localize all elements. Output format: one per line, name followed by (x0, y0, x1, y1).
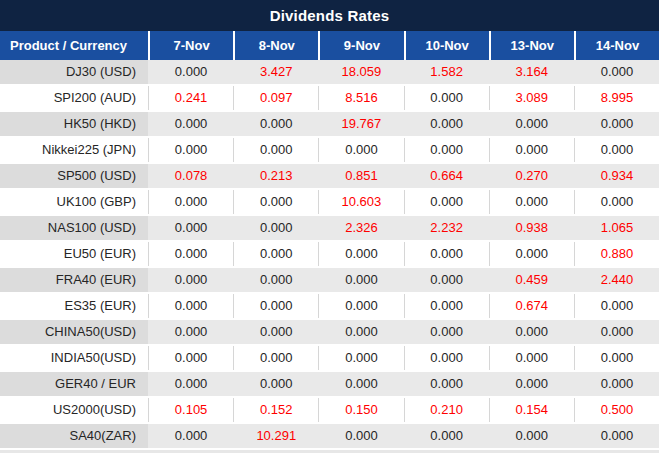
value-cell: 19.767 (318, 112, 403, 136)
value-cell: 0.000 (318, 372, 403, 396)
value-cell: 3.089 (489, 86, 574, 110)
value-cell: 0.000 (489, 372, 574, 396)
value-cell: 0.674 (489, 294, 574, 318)
value-cell: 0.152 (233, 398, 318, 422)
product-cell: GER40 / EUR (0, 372, 148, 396)
product-cell: FRA40 (EUR) (0, 268, 148, 292)
value-cell: 0.851 (318, 164, 403, 188)
value-cell: 0.000 (318, 294, 403, 318)
value-cell: 0.000 (148, 372, 233, 396)
table-row: ES35 (EUR) 0.0000.0000.0000.0000.6740.00… (0, 294, 659, 318)
value-cell: 0.000 (404, 138, 489, 162)
value-cell: 0.000 (318, 424, 403, 448)
product-cell: INDIA50(USD) (0, 346, 148, 370)
product-cell: HK50 (HKD) (0, 112, 148, 136)
date-header: 8-Nov (233, 31, 318, 60)
value-cell: 0.000 (574, 60, 659, 84)
table-row: EU50 (EUR) 0.0000.0000.0000.0000.0000.88… (0, 242, 659, 266)
product-cell: NAS100 (USD) (0, 216, 148, 240)
value-cell: 0.000 (233, 320, 318, 344)
value-cell: 0.000 (233, 216, 318, 240)
value-cell: 0.000 (489, 424, 574, 448)
value-cell: 0.000 (404, 372, 489, 396)
date-header: 10-Nov (404, 31, 489, 60)
value-cell: 0.000 (318, 242, 403, 266)
value-cell: 0.938 (489, 216, 574, 240)
value-cell: 8.995 (574, 86, 659, 110)
value-cell: 0.000 (233, 372, 318, 396)
table-row: SP500 (USD) 0.0780.2130.8510.6640.2700.9… (0, 164, 659, 188)
value-cell: 0.000 (404, 112, 489, 136)
value-cell: 0.000 (148, 424, 233, 448)
value-cell: 0.000 (148, 112, 233, 136)
value-cell: 0.000 (233, 138, 318, 162)
table-header-row: Product / Currency 7-Nov 8-Nov 9-Nov 10-… (0, 31, 659, 60)
value-cell: 0.000 (574, 320, 659, 344)
table-body: DJ30 (USD) 0.0003.42718.0591.5823.1640.0… (0, 60, 659, 448)
value-cell: 0.000 (404, 294, 489, 318)
value-cell: 0.000 (318, 138, 403, 162)
value-cell: 0.000 (489, 346, 574, 370)
value-cell: 10.291 (233, 424, 318, 448)
value-cell: 0.000 (148, 190, 233, 214)
value-cell: 0.000 (404, 320, 489, 344)
value-cell: 0.241 (148, 86, 233, 110)
product-cell: UK100 (GBP) (0, 190, 148, 214)
table-row: DJ30 (USD) 0.0003.42718.0591.5823.1640.0… (0, 60, 659, 84)
value-cell: 0.000 (404, 190, 489, 214)
value-cell: 0.000 (574, 294, 659, 318)
value-cell: 0.097 (233, 86, 318, 110)
value-cell: 0.000 (318, 320, 403, 344)
value-cell: 0.078 (148, 164, 233, 188)
value-cell: 0.000 (148, 138, 233, 162)
value-cell: 2.440 (574, 268, 659, 292)
value-cell: 0.210 (404, 398, 489, 422)
date-header: 14-Nov (574, 31, 659, 60)
table-row: HK50 (HKD) 0.0000.00019.7670.0000.0000.0… (0, 112, 659, 136)
table-row: FRA40 (EUR) 0.0000.0000.0000.0000.4592.4… (0, 268, 659, 292)
value-cell: 10.603 (318, 190, 403, 214)
value-cell: 0.000 (489, 242, 574, 266)
value-cell: 0.000 (404, 242, 489, 266)
dividends-rates-widget: Dividends Rates Product / Currency 7-Nov… (0, 0, 659, 453)
value-cell: 0.000 (404, 346, 489, 370)
value-cell: 2.326 (318, 216, 403, 240)
table-row: UK100 (GBP) 0.0000.00010.6030.0000.0000.… (0, 190, 659, 214)
value-cell: 1.065 (574, 216, 659, 240)
value-cell: 0.000 (574, 190, 659, 214)
value-cell: 0.000 (489, 320, 574, 344)
value-cell: 0.000 (148, 268, 233, 292)
product-cell: CHINA50(USD) (0, 320, 148, 344)
value-cell: 0.270 (489, 164, 574, 188)
product-cell: EU50 (EUR) (0, 242, 148, 266)
value-cell: 0.105 (148, 398, 233, 422)
value-cell: 0.934 (574, 164, 659, 188)
table-title: Dividends Rates (0, 0, 659, 31)
product-cell: Nikkei225 (JPN) (0, 138, 148, 162)
value-cell: 18.059 (318, 60, 403, 84)
value-cell: 0.150 (318, 398, 403, 422)
date-header: 7-Nov (148, 31, 233, 60)
value-cell: 0.000 (318, 346, 403, 370)
table-row: Nikkei225 (JPN) 0.0000.0000.0000.0000.00… (0, 138, 659, 162)
value-cell: 0.000 (233, 242, 318, 266)
value-cell: 0.000 (148, 242, 233, 266)
value-cell: 0.000 (148, 60, 233, 84)
table-row: SPI200 (AUD) 0.2410.0978.5160.0003.0898.… (0, 86, 659, 110)
date-header: 9-Nov (318, 31, 403, 60)
value-cell: 0.000 (574, 346, 659, 370)
value-cell: 0.000 (148, 216, 233, 240)
value-cell: 0.000 (233, 268, 318, 292)
value-cell: 0.664 (404, 164, 489, 188)
value-cell: 0.000 (233, 294, 318, 318)
value-cell: 0.000 (148, 320, 233, 344)
table-row: GER40 / EUR 0.0000.0000.0000.0000.0000.0… (0, 372, 659, 396)
table-row: NAS100 (USD) 0.0000.0002.3262.2320.9381.… (0, 216, 659, 240)
product-cell: US2000(USD) (0, 398, 148, 422)
value-cell: 8.516 (318, 86, 403, 110)
value-cell: 0.000 (489, 190, 574, 214)
table-row: US2000(USD) 0.1050.1520.1500.2100.1540.5… (0, 398, 659, 422)
value-cell: 0.000 (574, 424, 659, 448)
value-cell: 1.582 (404, 60, 489, 84)
value-cell: 0.880 (574, 242, 659, 266)
